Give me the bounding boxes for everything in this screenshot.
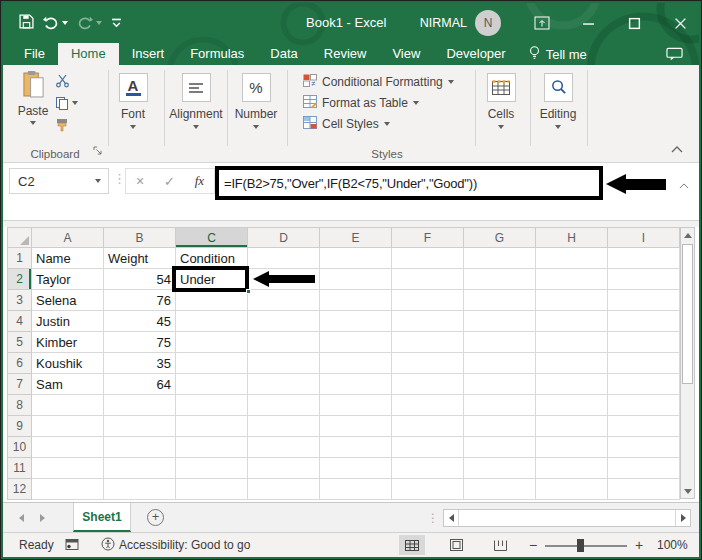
format-as-table-button[interactable]: Format as Table xyxy=(303,95,454,110)
cells-dropdown-caret[interactable] xyxy=(498,125,504,129)
cell-G10[interactable] xyxy=(464,437,536,458)
cell-H6[interactable] xyxy=(536,353,608,374)
cell-B1[interactable]: Weight xyxy=(104,248,176,269)
column-header-B[interactable]: B xyxy=(104,228,176,248)
cell-G12[interactable] xyxy=(464,479,536,500)
column-header-D[interactable]: D xyxy=(248,228,320,248)
vertical-scrollbar[interactable] xyxy=(680,227,695,499)
enter-icon[interactable]: ✓ xyxy=(164,174,175,189)
undo-button[interactable] xyxy=(43,16,68,30)
cell-A8[interactable] xyxy=(32,395,104,416)
cell-F4[interactable] xyxy=(392,311,464,332)
cell-C7[interactable] xyxy=(176,374,248,395)
collapse-ribbon-icon[interactable] xyxy=(671,142,683,156)
new-sheet-button[interactable]: + xyxy=(147,509,164,526)
paste-dropdown-caret[interactable] xyxy=(30,121,36,125)
cell-styles-caret[interactable] xyxy=(384,122,390,126)
row-header-4[interactable]: 4 xyxy=(8,311,32,332)
cell-B10[interactable] xyxy=(104,437,176,458)
cell-F7[interactable] xyxy=(392,374,464,395)
cell-B12[interactable] xyxy=(104,479,176,500)
cell-H1[interactable] xyxy=(536,248,608,269)
normal-view-button[interactable] xyxy=(399,535,425,555)
zoom-in-icon[interactable]: + xyxy=(635,537,643,553)
column-header-H[interactable]: H xyxy=(536,228,608,248)
cell-E1[interactable] xyxy=(320,248,392,269)
format-painter-button[interactable] xyxy=(55,117,78,132)
row-header-10[interactable]: 10 xyxy=(8,437,32,458)
tab-developer[interactable]: Developer xyxy=(433,43,518,65)
cell-B2[interactable]: 54 xyxy=(104,269,176,290)
cell-D5[interactable] xyxy=(248,332,320,353)
cell-I9[interactable] xyxy=(608,416,680,437)
column-header-G[interactable]: G xyxy=(464,228,536,248)
alignment-group-button[interactable]: Alignment xyxy=(166,73,226,129)
row-header-6[interactable]: 6 xyxy=(8,353,32,374)
cell-D6[interactable] xyxy=(248,353,320,374)
number-dropdown-caret[interactable] xyxy=(253,125,259,129)
name-box[interactable]: C2 xyxy=(9,168,109,194)
expand-formula-bar-icon[interactable] xyxy=(679,175,689,193)
cell-E3[interactable] xyxy=(320,290,392,311)
cell-F10[interactable] xyxy=(392,437,464,458)
zoom-out-icon[interactable]: − xyxy=(529,537,537,553)
close-button[interactable] xyxy=(671,14,689,32)
cell-D8[interactable] xyxy=(248,395,320,416)
cell-H10[interactable] xyxy=(536,437,608,458)
cell-B7[interactable]: 64 xyxy=(104,374,176,395)
cell-styles-button[interactable]: Cell Styles xyxy=(303,116,454,131)
account-area[interactable]: NIRMAL N xyxy=(420,3,501,43)
macro-record-icon[interactable] xyxy=(65,538,79,554)
cell-H4[interactable] xyxy=(536,311,608,332)
row-header-11[interactable]: 11 xyxy=(8,458,32,479)
cell-C12[interactable] xyxy=(176,479,248,500)
cell-H7[interactable] xyxy=(536,374,608,395)
cell-C10[interactable] xyxy=(176,437,248,458)
cell-B8[interactable] xyxy=(104,395,176,416)
cell-G9[interactable] xyxy=(464,416,536,437)
cell-G7[interactable] xyxy=(464,374,536,395)
tell-me-box[interactable]: Tell me xyxy=(519,43,597,65)
zoom-slider-track[interactable] xyxy=(545,545,627,547)
cell-G8[interactable] xyxy=(464,395,536,416)
cell-D4[interactable] xyxy=(248,311,320,332)
column-header-C[interactable]: C xyxy=(176,228,248,248)
alignment-dropdown-caret[interactable] xyxy=(193,125,199,129)
cell-H11[interactable] xyxy=(536,458,608,479)
tab-insert[interactable]: Insert xyxy=(119,43,178,65)
scroll-right-icon[interactable] xyxy=(676,510,690,526)
cell-B9[interactable] xyxy=(104,416,176,437)
cell-H12[interactable] xyxy=(536,479,608,500)
cell-D11[interactable] xyxy=(248,458,320,479)
number-group-button[interactable]: % Number xyxy=(229,73,283,129)
cell-D12[interactable] xyxy=(248,479,320,500)
undo-dropdown-caret[interactable] xyxy=(62,21,68,25)
cell-A4[interactable]: Justin xyxy=(32,311,104,332)
cut-button[interactable] xyxy=(55,73,78,88)
c2-highlight-formula-box[interactable]: =IF(B2>75,"Over",IF(B2<75,"Under","Good"… xyxy=(215,166,603,200)
cell-G6[interactable] xyxy=(464,353,536,374)
cell-F11[interactable] xyxy=(392,458,464,479)
cell-I4[interactable] xyxy=(608,311,680,332)
cell-F5[interactable] xyxy=(392,332,464,353)
tab-review[interactable]: Review xyxy=(311,43,380,65)
zoom-slider-thumb[interactable] xyxy=(577,539,584,552)
cell-C4[interactable] xyxy=(176,311,248,332)
cell-A10[interactable] xyxy=(32,437,104,458)
column-header-A[interactable]: A xyxy=(32,228,104,248)
cell-A7[interactable]: Sam xyxy=(32,374,104,395)
row-header-5[interactable]: 5 xyxy=(8,332,32,353)
cell-A3[interactable]: Selena xyxy=(32,290,104,311)
insert-function-icon[interactable]: fx xyxy=(195,173,204,189)
cell-A1[interactable]: Name xyxy=(32,248,104,269)
cancel-icon[interactable]: × xyxy=(136,173,144,189)
cell-F12[interactable] xyxy=(392,479,464,500)
page-layout-view-button[interactable] xyxy=(443,535,469,555)
cell-A9[interactable] xyxy=(32,416,104,437)
cell-I2[interactable] xyxy=(608,269,680,290)
cell-F9[interactable] xyxy=(392,416,464,437)
cell-F6[interactable] xyxy=(392,353,464,374)
cell-F3[interactable] xyxy=(392,290,464,311)
cell-H3[interactable] xyxy=(536,290,608,311)
cell-I5[interactable] xyxy=(608,332,680,353)
